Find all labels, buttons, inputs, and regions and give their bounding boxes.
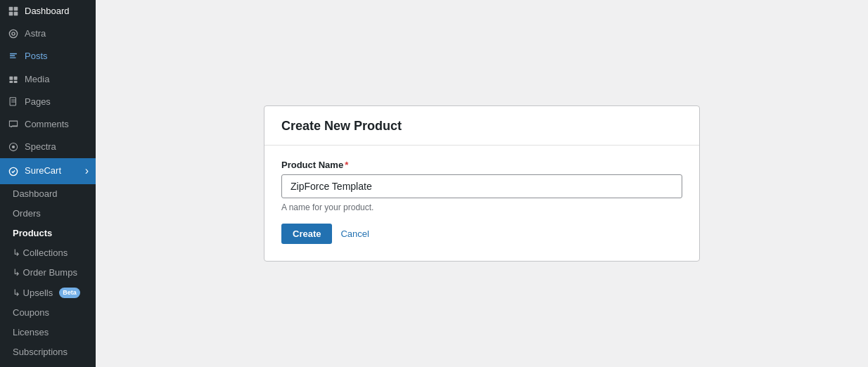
sidebar-sub-order-bumps-label: ↳ Order Bumps [13,266,77,279]
sidebar-item-dashboard[interactable]: Dashboard [0,0,96,22]
sidebar-label-pages: Pages [25,96,51,108]
dashboard-icon [7,5,20,18]
sidebar-sub-orders-label: Orders [13,207,41,220]
sidebar-item-media[interactable]: Media [0,68,96,91]
surecart-arrow-icon: › [85,163,89,179]
sidebar-label-media: Media [25,73,49,86]
card-header: Create New Product [264,106,699,146]
sidebar-sub-licenses[interactable]: Licenses [0,323,96,342]
sidebar-item-comments[interactable]: Comments [0,113,96,136]
posts-icon [7,50,20,63]
sidebar-label-surecart: SureCart [25,165,61,177]
sidebar-item-pages[interactable]: Pages [0,91,96,113]
sidebar-sub-products-label: Products [13,227,52,240]
create-product-card: Create New Product Product Name* A name … [264,105,700,262]
product-name-help: A name for your product. [281,202,682,212]
sidebar-sub-licenses-label: Licenses [13,326,49,339]
svg-rect-8 [9,81,13,83]
svg-rect-7 [14,76,18,79]
media-icon [7,73,20,86]
sidebar-sub-upsells-label: ↳ Upsells [13,287,53,300]
sidebar-sub-orders[interactable]: Orders [0,204,96,224]
sidebar-sub-coupons-label: Coupons [13,307,49,319]
product-name-label: Product Name* [281,160,682,170]
sidebar-sub-subscriptions-label: Subscriptions [13,346,68,359]
comments-icon [7,118,20,131]
sidebar-label-dashboard: Dashboard [25,5,70,18]
create-button[interactable]: Create [281,224,332,244]
sidebar-item-spectra[interactable]: Spectra [0,136,96,158]
sidebar-sub-collections-label: ↳ Collections [13,247,68,259]
sidebar-sub-products[interactable]: Products [0,224,96,243]
sidebar-sub-coupons[interactable]: Coupons [0,303,96,323]
sidebar-label-astra: Astra [25,27,46,40]
sidebar-sub-dashboard[interactable]: Dashboard [0,184,96,204]
required-star: * [345,160,348,170]
button-row: Create Cancel [281,224,682,244]
card-title: Create New Product [281,119,682,134]
svg-rect-0 [9,7,13,11]
sidebar-item-surecart[interactable]: SureCart › [0,158,96,184]
sidebar-item-posts[interactable]: Posts [0,45,96,67]
sidebar: Dashboard Astra Posts Media Pages Commen… [0,0,96,367]
svg-rect-9 [14,81,18,83]
sidebar-sub-collections[interactable]: ↳ Collections [0,243,96,263]
card-body: Product Name* A name for your product. C… [264,146,699,261]
surecart-icon [7,165,20,178]
astra-icon [7,27,20,40]
sidebar-sub-order-bumps[interactable]: ↳ Order Bumps [0,263,96,283]
upsells-beta-badge: Beta [59,288,80,298]
svg-rect-1 [14,7,18,11]
cancel-button[interactable]: Cancel [340,228,369,239]
svg-rect-6 [9,76,13,79]
svg-rect-3 [14,12,18,16]
sidebar-label-spectra: Spectra [25,141,56,153]
sidebar-item-astra[interactable]: Astra [0,22,96,45]
sidebar-sub-subscriptions[interactable]: Subscriptions [0,342,96,362]
sidebar-label-comments: Comments [25,118,69,131]
sidebar-sub-dashboard-label: Dashboard [13,188,58,200]
sidebar-label-posts: Posts [25,50,48,63]
svg-rect-2 [9,12,13,16]
main-content: Create New Product Product Name* A name … [96,0,868,367]
svg-point-5 [12,32,15,35]
spectra-icon [7,141,20,153]
product-name-input[interactable] [281,174,682,198]
svg-point-14 [12,146,15,148]
svg-rect-10 [10,98,15,105]
sidebar-sub-upsells[interactable]: ↳ Upsells Beta [0,283,96,303]
sidebar-sub-affiliates[interactable]: Affiliates [0,362,96,367]
svg-point-4 [9,30,17,38]
pages-icon [7,96,20,108]
